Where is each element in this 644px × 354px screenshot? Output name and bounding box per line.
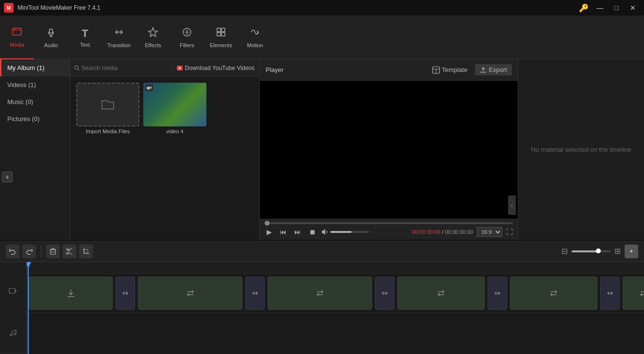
svg-rect-18 [51, 249, 55, 254]
cut-button[interactable] [63, 245, 76, 258]
panel-toggle-button[interactable]: › [508, 195, 516, 215]
timeline-tracks: + [0, 262, 644, 354]
music-track-row [27, 313, 644, 342]
toolbar-item-motion[interactable]: Motion [238, 16, 272, 59]
undo-button[interactable] [6, 245, 19, 258]
volume-icon [322, 229, 328, 235]
track-labels: + [0, 262, 27, 354]
key-icon[interactable]: 🔑 [579, 3, 589, 13]
aspect-ratio-select[interactable]: 16:9 9:16 1:1 4:3 [477, 227, 502, 237]
effects-icon [148, 27, 158, 40]
tl-transition-5[interactable] [600, 277, 620, 310]
svg-rect-29 [9, 288, 15, 293]
time-current: 00:00:00:00 [412, 229, 441, 235]
maximize-button[interactable]: □ [609, 3, 624, 13]
tl-transition-4[interactable] [488, 277, 507, 310]
yt-download-button[interactable]: Download YouTube Videos [171, 65, 259, 71]
media-icon [12, 26, 22, 40]
toolbar-filters-label: Filters [180, 42, 194, 48]
zoom-in-icon[interactable]: ⊞ [614, 247, 621, 256]
zoom-bar[interactable] [572, 250, 610, 252]
svg-marker-14 [150, 86, 152, 89]
next-button[interactable]: ⏭ [292, 227, 303, 237]
swap-icon-3 [316, 289, 324, 297]
video-container [260, 81, 518, 219]
zoom-out-icon[interactable]: ⊟ [561, 247, 568, 256]
progress-bar[interactable] [265, 222, 513, 224]
tl-clip-2[interactable] [138, 277, 242, 310]
music-track-icon [9, 328, 17, 337]
svg-marker-3 [149, 28, 157, 36]
zoom-fill [572, 250, 597, 252]
transition-icon [114, 27, 124, 40]
play-button[interactable]: ▶ [265, 227, 274, 237]
toolbar-motion-label: Motion [247, 42, 263, 48]
svg-rect-13 [147, 87, 150, 89]
player-area: Player Template [260, 59, 518, 240]
prev-button[interactable]: ⏮ [278, 227, 288, 237]
app-icon: M [4, 3, 14, 13]
cut-icon [66, 248, 73, 255]
minimize-button[interactable]: — [593, 3, 607, 13]
sidebar-item-pictures[interactable]: Pictures (0) [0, 110, 70, 127]
swap-icon-6 [640, 289, 644, 297]
svg-point-31 [10, 334, 12, 336]
tl-transition-2[interactable] [245, 277, 265, 310]
tl-clip-1[interactable] [29, 277, 113, 310]
tl-transition-3[interactable] [375, 277, 394, 310]
download-icon [66, 288, 76, 298]
sidebar-item-videos[interactable]: Videos (1) [0, 76, 70, 93]
search-box[interactable] [70, 65, 171, 71]
sidebar-item-music[interactable]: Music (0) [0, 93, 70, 110]
tl-clip-5[interactable] [510, 277, 597, 310]
close-button[interactable]: ✕ [626, 3, 640, 13]
volume-control[interactable] [322, 229, 369, 235]
svg-rect-6 [221, 28, 225, 32]
transition-icon-3 [381, 290, 388, 297]
crop-button[interactable] [79, 245, 93, 258]
transition-icon-5 [607, 290, 613, 297]
motion-icon [250, 27, 260, 40]
swap-icon-2 [186, 289, 194, 297]
transition-icon-2 [252, 290, 258, 297]
sidebar-item-my-album[interactable]: My Album (1) [0, 59, 70, 76]
progress-handle[interactable] [265, 221, 270, 226]
delete-button[interactable] [46, 245, 60, 258]
add-media-button[interactable]: + [2, 172, 13, 182]
svg-rect-0 [13, 28, 21, 35]
right-panel: No material selected on the timeline [518, 59, 644, 240]
video4-card[interactable]: video 4 [143, 83, 206, 134]
search-input[interactable] [82, 65, 167, 71]
tl-clip-6[interactable] [623, 277, 644, 310]
toolbar-item-audio[interactable]: Audio [34, 16, 68, 59]
toolbar-item-text[interactable]: T Text [68, 16, 102, 59]
media-grid: Import Media Files video 4 [70, 77, 259, 140]
track-label-music [0, 312, 26, 354]
tl-clip-4[interactable] [397, 277, 485, 310]
toolbar-item-effects[interactable]: Effects [136, 16, 170, 59]
playhead[interactable] [28, 262, 29, 354]
toolbar-media-label: Media [10, 42, 24, 48]
player-controls: ▶ ⏮ ⏭ ⏹ 00:00:00:00 [260, 219, 518, 240]
toolbar-item-media[interactable]: Media [0, 16, 34, 59]
export-button[interactable]: Export [475, 64, 512, 75]
add-to-timeline-button[interactable]: + [625, 245, 638, 258]
svg-point-23 [67, 248, 68, 250]
sidebar-pictures-label: Pictures (0) [7, 115, 39, 123]
fullscreen-button[interactable]: ⛶ [506, 228, 513, 236]
zoom-slider[interactable] [572, 250, 610, 252]
toolbar-item-transition[interactable]: Transition [102, 16, 136, 59]
template-button[interactable]: Template [432, 66, 468, 74]
stop-button[interactable]: ⏹ [307, 227, 318, 237]
tl-clip-3[interactable] [268, 277, 372, 310]
svg-rect-28 [84, 249, 88, 253]
import-media-card[interactable]: Import Media Files [76, 83, 139, 134]
svg-rect-5 [217, 28, 220, 32]
toolbar-item-elements[interactable]: Elements [204, 16, 238, 59]
volume-bar[interactable] [330, 231, 369, 233]
toolbar-item-filters[interactable]: Filters [170, 16, 204, 59]
time-total: 00:00:00:00 [445, 229, 473, 235]
zoom-handle[interactable] [596, 248, 601, 253]
tl-transition-1[interactable] [116, 277, 135, 310]
redo-button[interactable] [22, 245, 36, 258]
